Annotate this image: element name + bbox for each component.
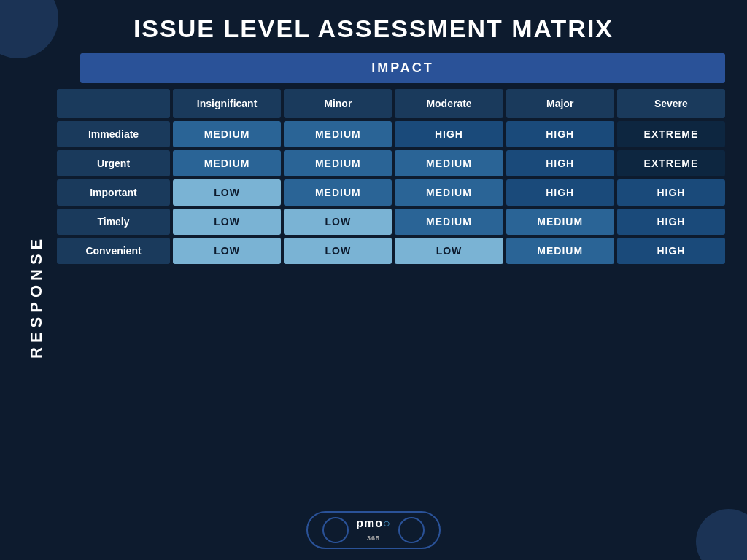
row-label-urgent: Urgent bbox=[57, 150, 170, 176]
cell-urgent-insignificant: MEDIUM bbox=[173, 150, 281, 176]
cell-important-minor: MEDIUM bbox=[284, 179, 392, 206]
impact-header: IMPACT bbox=[80, 53, 725, 83]
cell-urgent-moderate: MEDIUM bbox=[395, 150, 503, 176]
cell-convenient-minor: LOW bbox=[284, 238, 392, 264]
row-convenient: Convenient LOW LOW LOW MEDIUM HIGH bbox=[57, 238, 725, 264]
cell-immediate-moderate: HIGH bbox=[395, 121, 503, 147]
cell-urgent-major: HIGH bbox=[506, 150, 614, 176]
cell-timely-major: MEDIUM bbox=[506, 209, 614, 235]
cell-urgent-severe: EXTREME bbox=[617, 150, 725, 176]
col-header-insignificant: Insignificant bbox=[173, 89, 281, 118]
logo-text: pmo○ 365 bbox=[356, 517, 390, 542]
header-row: Insignificant Minor Moderate Major Sever… bbox=[57, 89, 725, 118]
row-urgent: Urgent MEDIUM MEDIUM MEDIUM HIGH EXTREME bbox=[57, 150, 725, 176]
cell-immediate-major: HIGH bbox=[506, 121, 614, 147]
cell-timely-moderate: MEDIUM bbox=[395, 209, 503, 235]
response-label: RESPONSE bbox=[22, 89, 51, 504]
logo-oval-right bbox=[398, 517, 425, 543]
logo-oval-left bbox=[322, 517, 349, 543]
cell-important-insignificant: LOW bbox=[173, 179, 281, 206]
cell-convenient-insignificant: LOW bbox=[173, 238, 281, 264]
col-header-severe: Severe bbox=[617, 89, 725, 118]
row-timely: Timely LOW LOW MEDIUM MEDIUM HIGH bbox=[57, 209, 725, 235]
cell-immediate-minor: MEDIUM bbox=[284, 121, 392, 147]
footer-area: pmo○ 365 bbox=[306, 511, 440, 549]
cell-convenient-severe: HIGH bbox=[617, 238, 725, 264]
page-wrapper: ISSUE LEVEL ASSESSMENT MATRIX IMPACT RES… bbox=[0, 0, 747, 560]
cell-important-major: HIGH bbox=[506, 179, 614, 206]
row-important: Important LOW MEDIUM MEDIUM HIGH HIGH bbox=[57, 179, 725, 206]
cell-timely-minor: LOW bbox=[284, 209, 392, 235]
col-header-moderate: Moderate bbox=[395, 89, 503, 118]
cell-important-severe: HIGH bbox=[617, 179, 725, 206]
cell-timely-severe: HIGH bbox=[617, 209, 725, 235]
col-header-major: Major bbox=[506, 89, 614, 118]
logo-sub: 365 bbox=[367, 534, 380, 542]
cell-timely-insignificant: LOW bbox=[173, 209, 281, 235]
row-immediate: Immediate MEDIUM MEDIUM HIGH HIGH EXTREM… bbox=[57, 121, 725, 147]
row-label-immediate: Immediate bbox=[57, 121, 170, 147]
logo-container: pmo○ 365 bbox=[306, 511, 440, 549]
row-label-convenient: Convenient bbox=[57, 238, 170, 264]
cell-immediate-severe: EXTREME bbox=[617, 121, 725, 147]
cell-immediate-insignificant: MEDIUM bbox=[173, 121, 281, 147]
page-title: ISSUE LEVEL ASSESSMENT MATRIX bbox=[133, 15, 614, 43]
cell-important-moderate: MEDIUM bbox=[395, 179, 503, 206]
deco-circle-top-left bbox=[0, 0, 58, 58]
matrix-area: RESPONSE Insignificant Minor Moderate Ma… bbox=[22, 89, 725, 504]
row-label-important: Important bbox=[57, 179, 170, 206]
logo-main: pmo○ bbox=[356, 517, 390, 529]
cell-urgent-minor: MEDIUM bbox=[284, 150, 392, 176]
header-empty-cell bbox=[57, 89, 170, 118]
deco-circle-bottom-right bbox=[696, 509, 747, 560]
cell-convenient-moderate: LOW bbox=[395, 238, 503, 264]
cell-convenient-major: MEDIUM bbox=[506, 238, 614, 264]
grid-container: Insignificant Minor Moderate Major Sever… bbox=[57, 89, 725, 504]
col-header-minor: Minor bbox=[284, 89, 392, 118]
row-label-timely: Timely bbox=[57, 209, 170, 235]
